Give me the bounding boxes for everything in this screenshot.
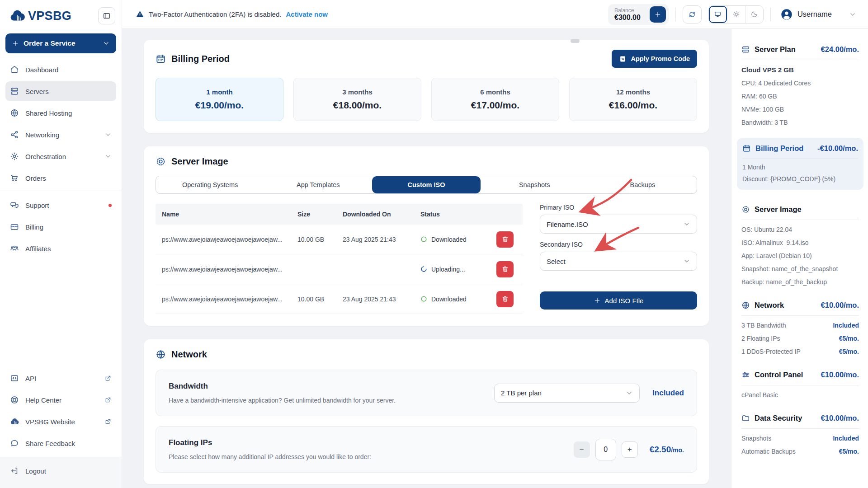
sidebar-item-label: Support — [25, 202, 49, 209]
summary-row: Discount: {PROMO_CODE} (5%) — [742, 175, 858, 183]
billing-option[interactable]: 1 month €19.00/mo. — [156, 78, 283, 121]
sidebar-footer-nav: API Help Center VPSBG Website Share Feed… — [0, 366, 122, 457]
summary-row: CPU: 4 Dedicated Cores — [741, 80, 859, 87]
chevron-down-icon — [683, 258, 690, 265]
summary-row-label: RAM: 60 GB — [741, 93, 777, 100]
user-menu[interactable]: Username — [778, 8, 856, 21]
delete-iso-button[interactable] — [496, 291, 514, 307]
vpsbg-logo[interactable]: VPSBG — [9, 8, 71, 24]
sidebar-footer-item[interactable]: Help Center — [5, 390, 116, 410]
sidebar-footer-item[interactable]: Share Feedback — [5, 433, 116, 453]
summary-row: Automatic Backups €5/mo. — [741, 448, 859, 455]
sidebar-item[interactable]: Billing — [5, 217, 116, 237]
sidebar-item[interactable]: Orchestration — [5, 146, 116, 166]
main-content: Billing Period Apply Promo Code 1 month … — [122, 29, 731, 488]
logo-text: VPSBG — [28, 9, 71, 23]
summary-row-label: Snapshots — [741, 435, 771, 442]
spinner-icon — [420, 266, 427, 272]
secondary-iso-select[interactable]: Select — [540, 252, 697, 271]
2fa-alert: Two-Factor Authentication (2FA) is disab… — [136, 10, 328, 19]
logout-button[interactable]: Logout — [5, 461, 116, 481]
trash-icon — [501, 235, 509, 243]
sidebar-collapse-button[interactable] — [98, 7, 115, 24]
username: Username — [797, 10, 832, 19]
summary-row: cPanel Basic — [741, 391, 859, 399]
theme-dark-button[interactable] — [745, 6, 763, 23]
activate-now-link[interactable]: Activate now — [286, 10, 328, 18]
user-circle-icon — [780, 8, 793, 21]
server-image-title: Server Image — [171, 156, 228, 167]
order-service-button[interactable]: Order a Service — [5, 33, 116, 53]
status-circle-icon — [420, 296, 427, 302]
delete-iso-button[interactable] — [496, 231, 514, 248]
help-center-icon — [10, 395, 19, 404]
summary-row-value: €5/mo. — [839, 448, 859, 455]
billing-option[interactable]: 12 months €16.00/mo. — [569, 78, 697, 121]
summary-row: Snapshot: name_of_the_snapshot — [741, 265, 859, 272]
theme-system-button[interactable] — [709, 6, 727, 23]
theme-toggle-group — [708, 5, 764, 23]
vpsbg-cloud-icon — [9, 8, 25, 24]
sidebar-item[interactable]: Shared Hosting — [5, 103, 116, 123]
sidebar-item[interactable]: Affiliates — [5, 239, 116, 258]
decrement-button[interactable]: − — [574, 441, 590, 458]
billing-option-price: €19.00/mo. — [195, 100, 244, 111]
sidebar-item[interactable]: Servers — [5, 81, 116, 101]
summary-row-label: 1 DDoS-Protected IP — [741, 348, 801, 355]
secondary-iso-label: Secondary ISO — [540, 241, 697, 248]
summary-section: Billing Period -€10.00/mo. 1 Month Disco… — [737, 138, 863, 190]
bandwidth-select[interactable]: 2 TB per plan — [494, 384, 640, 403]
sidebar-item-label: Shared Hosting — [25, 109, 72, 117]
add-iso-button[interactable]: Add ISO FIle — [540, 291, 697, 310]
sidebar-item-label: Share Feedback — [25, 440, 75, 447]
divider — [741, 220, 859, 220]
sidebar-nav: Dashboard Servers Shared Hosting Network… — [0, 58, 122, 260]
divider — [741, 315, 859, 316]
servers-icon — [10, 87, 19, 96]
sidebar-item[interactable]: Dashboard — [5, 60, 116, 80]
iso-table-row: ps://www.awejoiawjeawoejawoejawoejaw... … — [156, 284, 523, 314]
primary-iso-select[interactable]: Filename.ISO — [540, 215, 697, 234]
add-funds-button[interactable] — [650, 6, 666, 23]
chevron-down-icon — [849, 11, 856, 18]
support-chat-icon — [10, 201, 19, 210]
floating-ips-card: Floating IPs Please select how many addi… — [156, 426, 697, 473]
scrollbar-thumb[interactable] — [571, 39, 580, 43]
billing-option[interactable]: 3 months €18.00/mo. — [293, 78, 421, 121]
chevron-down-icon — [104, 131, 112, 138]
sidebar-item[interactable]: Support — [5, 195, 116, 215]
sidebar-item[interactable]: Orders — [5, 168, 116, 188]
sidebar-item-label: API — [25, 375, 36, 382]
calendar-icon — [156, 54, 166, 64]
summary-row-label: App: Laravel (Debian 10) — [741, 252, 812, 259]
tab[interactable]: Operating Systems — [156, 176, 264, 193]
summary-row: Bandwidth: 3 TB — [741, 119, 859, 126]
sidebar-footer-item[interactable]: VPSBG Website — [5, 412, 116, 432]
summary-section-title: Control Panel — [755, 371, 803, 379]
quantity-value[interactable]: 0 — [595, 439, 616, 460]
summary-section: Server Plan €24.00/mo. Cloud VPS 2 GB CP… — [741, 45, 859, 126]
billing-period-title: Billing Period — [171, 54, 230, 64]
billing-option-price: €18.00/mo. — [333, 100, 382, 111]
sidebar-footer-item[interactable]: API — [5, 368, 116, 388]
tab[interactable]: Backups — [589, 176, 697, 193]
sidebar-item-label: VPSBG Website — [25, 418, 75, 426]
theme-light-button[interactable] — [727, 6, 745, 23]
external-link-icon — [104, 418, 112, 425]
iso-date: 23 Aug 2025 21:43 — [343, 236, 420, 243]
apply-promo-button[interactable]: Apply Promo Code — [612, 50, 697, 68]
tab[interactable]: Snapshots — [481, 176, 589, 193]
sidebar-item[interactable]: Networking — [5, 125, 116, 145]
refresh-button[interactable] — [683, 5, 702, 23]
server-image-tabs: Operating SystemsApp TemplatesCustom ISO… — [156, 176, 697, 194]
plus-icon — [654, 11, 661, 18]
delete-iso-button[interactable] — [496, 261, 514, 277]
billing-option[interactable]: 6 months €17.00/mo. — [431, 78, 559, 121]
tab[interactable]: Custom ISO — [372, 176, 480, 193]
sidebar-item-label: Dashboard — [25, 66, 58, 74]
cart-icon — [10, 174, 19, 183]
divider — [770, 8, 771, 21]
summary-section-price: €10.00/mo. — [821, 301, 859, 310]
tab[interactable]: App Templates — [264, 176, 372, 193]
increment-button[interactable]: + — [622, 441, 638, 458]
